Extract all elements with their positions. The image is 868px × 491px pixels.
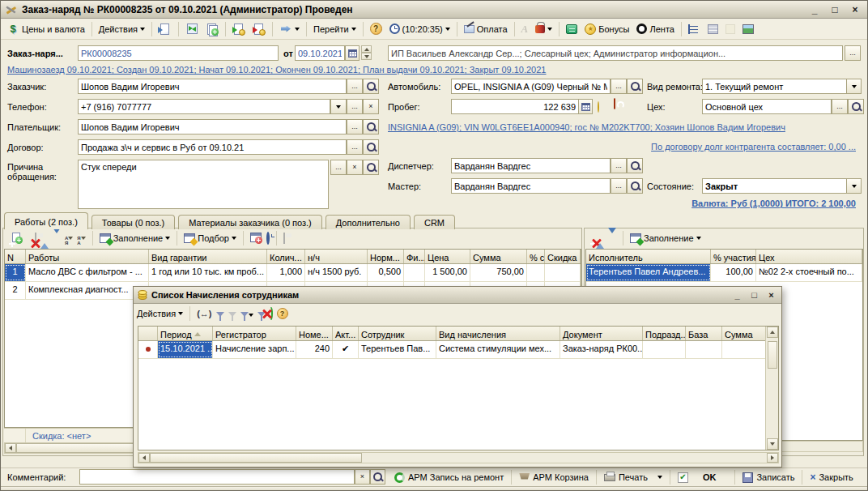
norm-time-button[interactable] bbox=[266, 233, 270, 243]
scroll-left-button[interactable] bbox=[138, 453, 150, 463]
cell-nh[interactable]: н/ч 1500 руб. bbox=[305, 264, 368, 281]
repair-type-select[interactable]: 1. Текущий ремонт bbox=[702, 79, 862, 94]
scroll-thumb[interactable] bbox=[150, 453, 362, 463]
note-button[interactable] bbox=[722, 20, 738, 38]
maximize-button[interactable]: □ bbox=[747, 289, 761, 301]
set-filter-button[interactable] bbox=[216, 309, 224, 318]
shop-select-button[interactable]: ... bbox=[832, 99, 848, 114]
cell-employee[interactable]: Терентьев Пав... bbox=[359, 341, 436, 358]
save-button[interactable]: Записать bbox=[738, 471, 799, 485]
performers-row-1[interactable]: Терентьев Павел Андреев... 100,00 №02 2-… bbox=[586, 264, 862, 282]
maximize-button[interactable]: □ bbox=[827, 3, 843, 16]
cell-price[interactable]: 1 500,00 bbox=[425, 264, 470, 281]
payer-open-button[interactable] bbox=[363, 119, 379, 134]
minimize-button[interactable]: _ bbox=[806, 3, 823, 16]
help-button[interactable]: ? bbox=[277, 308, 288, 319]
dispatcher-input[interactable] bbox=[451, 158, 611, 173]
font-button[interactable]: A bbox=[518, 20, 532, 38]
add-special-button[interactable] bbox=[250, 232, 262, 246]
cell-document[interactable]: Заказ-наряд РК00... bbox=[560, 341, 643, 358]
payer-input[interactable] bbox=[78, 119, 347, 134]
forward-menu-button[interactable] bbox=[276, 20, 303, 38]
cell-works[interactable]: Масло ДВС с фильтром - ... bbox=[26, 264, 149, 281]
prices-currency-button[interactable]: $ Цены и валюта bbox=[3, 20, 88, 38]
state-select[interactable]: Закрыт bbox=[702, 178, 862, 194]
cell-accrual-type[interactable]: Система стимуляции мех... bbox=[436, 341, 560, 358]
picture-button[interactable] bbox=[739, 20, 757, 38]
tab-works[interactable]: Работы (2 поз.) bbox=[4, 212, 88, 229]
call-button[interactable] bbox=[563, 20, 581, 38]
arm-cart-button[interactable]: АРМ Корзина bbox=[514, 471, 594, 484]
tab-goods[interactable]: Товары (0 поз.) bbox=[91, 215, 175, 229]
filter-button[interactable] bbox=[228, 309, 236, 318]
actions-menu-button[interactable]: Действия bbox=[137, 309, 183, 318]
discount-link[interactable]: Скидка: <нет> bbox=[26, 429, 91, 442]
ok-button[interactable]: ✔OK bbox=[673, 471, 733, 485]
reread-button[interactable] bbox=[155, 20, 175, 38]
copy-button[interactable] bbox=[202, 20, 222, 38]
help-button[interactable]: ? bbox=[367, 20, 385, 38]
org-info-input[interactable] bbox=[388, 45, 843, 61]
bonuses-button[interactable]: ★Бонусы bbox=[581, 20, 632, 38]
cell-active[interactable]: ✔ bbox=[333, 341, 359, 358]
currency-total-link[interactable]: Валюта: Руб (1,0000) ИТОГО: 2 100,00 bbox=[691, 199, 856, 208]
sort-asc-button[interactable]: АЯ bbox=[65, 232, 73, 246]
timeline-link[interactable]: Машинозаезд 09.10.2021; Создан 09.10.202… bbox=[7, 65, 546, 75]
comment-input[interactable] bbox=[79, 469, 355, 485]
comment-open-button[interactable] bbox=[370, 469, 385, 485]
list-settings-button[interactable] bbox=[704, 20, 721, 38]
shop-input[interactable] bbox=[702, 99, 832, 114]
cell-participation[interactable]: 100,00 bbox=[711, 264, 756, 281]
reason-textarea[interactable]: Стук спереди bbox=[78, 160, 329, 209]
phone-clear-button[interactable]: × bbox=[363, 99, 379, 114]
customer-select-button[interactable]: ... bbox=[347, 79, 363, 94]
col-period[interactable]: Период bbox=[158, 327, 213, 340]
dispatcher-select-button[interactable]: ... bbox=[611, 158, 627, 173]
customer-input[interactable] bbox=[78, 79, 347, 94]
close-button[interactable]: × bbox=[764, 289, 778, 301]
arm-repair-button[interactable]: АРМ Запись на ремонт bbox=[389, 471, 508, 485]
phone-input[interactable] bbox=[78, 99, 330, 114]
pick-menu-button[interactable]: Подбор bbox=[184, 233, 236, 243]
move-up-button[interactable] bbox=[40, 233, 49, 243]
comment-clear-button[interactable]: × bbox=[355, 469, 370, 485]
cell-n[interactable]: 2 bbox=[5, 282, 26, 299]
interval-button[interactable]: (↔) bbox=[197, 309, 211, 318]
cell-n[interactable]: 1 bbox=[5, 264, 26, 281]
car-input[interactable] bbox=[451, 79, 611, 94]
reason-clear-button[interactable]: × bbox=[347, 160, 363, 175]
shop-open-button[interactable] bbox=[848, 99, 864, 114]
phone-select-button[interactable]: ... bbox=[347, 99, 363, 114]
scroll-up-button[interactable] bbox=[767, 327, 778, 338]
color-menu-button[interactable] bbox=[532, 20, 555, 38]
goto-menu-button[interactable]: Перейти bbox=[310, 20, 360, 38]
tab-crm[interactable]: CRM bbox=[414, 215, 455, 229]
mileage-calc-button[interactable] bbox=[578, 99, 593, 114]
structure-button[interactable] bbox=[685, 20, 704, 38]
cell-base[interactable] bbox=[686, 341, 722, 358]
fill-menu-button[interactable]: Заполнение bbox=[100, 233, 171, 243]
post-document-button[interactable] bbox=[229, 20, 249, 38]
payment-button[interactable]: Оплата bbox=[461, 20, 511, 38]
phone-dropdown-button[interactable] bbox=[330, 99, 347, 114]
cell-works[interactable]: Комплексная диагност... bbox=[26, 282, 149, 299]
sort-desc-button[interactable]: ЯА bbox=[77, 232, 85, 246]
car-info-link[interactable]: INSIGNIA A (G09); VIN W0LGT6EE1A000940; … bbox=[388, 122, 785, 132]
master-input[interactable] bbox=[451, 178, 611, 194]
minimize-button[interactable]: _ bbox=[730, 289, 744, 301]
disabled-tool-button[interactable] bbox=[283, 233, 285, 243]
scroll-right-button[interactable] bbox=[767, 453, 778, 463]
car-open-button[interactable] bbox=[627, 79, 643, 94]
move-down-button[interactable] bbox=[53, 233, 61, 243]
save-rows-button[interactable] bbox=[35, 233, 36, 243]
mileage-input[interactable] bbox=[451, 99, 579, 114]
tab-additional[interactable]: Дополнительно bbox=[326, 215, 411, 229]
actions-menu-button[interactable]: Действия bbox=[96, 20, 148, 38]
accruals-hscrollbar[interactable] bbox=[138, 452, 779, 463]
cell-pct[interactable] bbox=[527, 264, 545, 281]
cell-norm[interactable]: 0,500 bbox=[368, 264, 404, 281]
time-button[interactable]: (10:20:35) bbox=[386, 20, 453, 38]
spin-down-button[interactable] bbox=[361, 53, 372, 60]
copy-row-button[interactable] bbox=[11, 232, 23, 246]
reason-open-button[interactable] bbox=[363, 160, 379, 175]
